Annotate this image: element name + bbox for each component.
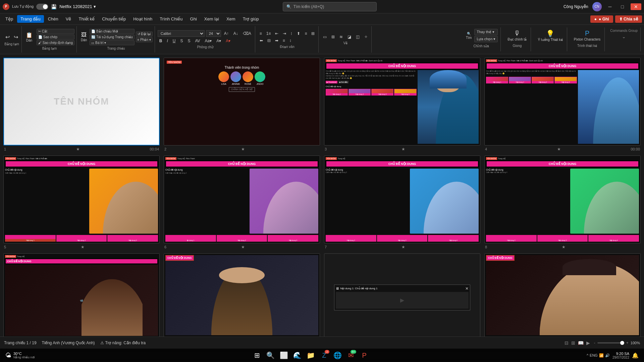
start-button[interactable]: ⊞ <box>251 349 263 361</box>
share-button[interactable]: ⬆ Chia sẻ <box>615 15 642 23</box>
slide-thumb-4[interactable]: TÊN NHÓM Trang chủ Phim Thành Mới & Phổ … <box>484 58 641 145</box>
align-left-button[interactable]: ⬅ <box>258 38 265 44</box>
shape-fill-button[interactable]: ◪ <box>346 34 353 40</box>
menu-view[interactable]: Xem <box>223 15 239 23</box>
pixton-button[interactable]: PPixton Characters <box>573 29 602 42</box>
clear-format-button[interactable]: ⌫A <box>241 31 253 37</box>
shadow-button[interactable]: S <box>186 38 192 44</box>
slide-thumb-9[interactable]: TÊN NHÓM Trang chủ CHỦ ĐỀ NỘI DUNG 📹 N L… <box>3 253 160 337</box>
slide-thumb-10[interactable]: CHỦ ĐỀ NỘI DUNG N LOẠT PHIM <box>164 253 320 337</box>
maximize-button[interactable]: □ <box>619 4 627 9</box>
text-align-button[interactable]: ≡ <box>303 31 309 37</box>
quick-style-button[interactable]: ≋ <box>338 34 344 40</box>
normal-view-icon[interactable]: ⊟ <box>565 340 569 346</box>
slide-sorter-icon[interactable]: ⊞ <box>571 340 575 346</box>
file-name[interactable]: Netflix 12082021 ▾ <box>59 4 96 9</box>
record-button[interactable]: ●● Ghi <box>590 15 613 23</box>
menu-file[interactable]: Tệp <box>2 15 16 23</box>
new-slide-button[interactable]: 🖼 Dán <box>79 31 88 43</box>
font-color-button[interactable]: A▾ <box>224 38 232 44</box>
video-close-button[interactable]: ✕ <box>465 286 469 291</box>
decrease-font-button[interactable]: A↓ <box>232 31 240 37</box>
slideshow-icon[interactable]: ▶ <box>586 340 590 346</box>
font-size-select[interactable]: 24 <box>206 30 221 37</box>
zoom-slider[interactable] <box>597 342 624 344</box>
slide-thumb-2[interactable]: TÊN NHÓM Thành viên trong nhóm LISA JENN… <box>164 58 320 145</box>
volume-icon[interactable]: 🔊 <box>605 353 610 358</box>
zoom-out-icon[interactable]: - <box>594 341 595 345</box>
menu-transition[interactable]: Chuyển tiếp <box>99 15 129 23</box>
numbering-button[interactable]: 1≡ <box>265 31 273 37</box>
highlight-button[interactable]: A▾ <box>215 38 223 44</box>
chevron-icon[interactable]: ^ <box>587 353 588 357</box>
redo-button[interactable]: ↪ <box>12 33 19 41</box>
zoom-in-icon[interactable]: + <box>626 341 629 345</box>
columns-button[interactable]: ⫶ <box>289 31 294 37</box>
replace-button[interactable]: Thay thế ▾ <box>474 29 498 35</box>
file-explorer-button[interactable]: 📁 <box>305 349 317 361</box>
reuse-slides-button[interactable]: 🔄 Tái sử dụng Trang chiếu <box>90 35 134 40</box>
task-view-button[interactable]: ⬜ <box>278 349 290 361</box>
reset-button[interactable]: ↺ Đặt lại <box>136 32 153 37</box>
slide-thumb-6[interactable]: TÊN NHÓM Trang chủ Phim Thành CHỦ ĐỀ NỘI… <box>164 156 320 243</box>
design-ideas-button[interactable]: 💡Ý tưởng Thiết kế <box>536 29 564 42</box>
italic-button[interactable]: I <box>165 38 169 44</box>
increase-font-button[interactable]: A↑ <box>222 31 230 37</box>
select-button[interactable]: Lựa chọn ▾ <box>474 36 498 42</box>
decrease-indent-button[interactable]: ⇤ <box>273 31 280 37</box>
close-button[interactable]: ✕ <box>631 3 641 10</box>
align-right-button[interactable]: ➡ <box>273 38 280 44</box>
slide-thumb-8[interactable]: TÊN NHÓM Trang chủ CHỦ ĐỀ NỘI DUNG Chủ đ… <box>484 156 641 243</box>
paste-button[interactable]: 📋 Dán <box>24 31 34 43</box>
powerpoint-taskbar-button[interactable]: P <box>358 349 370 361</box>
search-box[interactable]: 🔍 Tìm kiếm (Alt+Q) <box>283 2 377 11</box>
convert-to-smartart-button[interactable]: ⊞ <box>310 31 316 37</box>
user-avatar[interactable]: CN <box>592 2 602 11</box>
copy-slide-button[interactable]: 📄 Bản chiếu Mới <box>90 29 134 34</box>
text-direction-button[interactable]: ⬆ <box>295 31 302 37</box>
slide-thumb-3[interactable]: TÊN NHÓM Trang chủ Phim Thành Mới & Phổ … <box>324 58 480 145</box>
find-button[interactable]: 🔍Tìm <box>465 31 473 40</box>
clock[interactable]: 9:20 SA 29/07/2022 <box>612 352 629 359</box>
auto-save-toggle[interactable] <box>36 4 48 10</box>
justify-button[interactable]: ≡ <box>281 38 287 44</box>
strikethrough-button[interactable]: S <box>178 38 184 44</box>
increase-indent-button[interactable]: ⇥ <box>281 31 288 37</box>
expand-ribbon-button[interactable]: ⌄ <box>622 34 626 39</box>
cut-button[interactable]: ✂ Cắt <box>37 29 74 34</box>
menu-animation[interactable]: Hoạt hình <box>130 15 156 23</box>
gmail-button[interactable]: ✉ 5+ <box>345 349 357 361</box>
format-painter-button[interactable]: 🖌 Sao chép định dạng <box>37 40 74 45</box>
copy-button[interactable]: 📄 Sao chép <box>37 35 74 40</box>
chrome-button[interactable]: 🌐 <box>331 349 343 361</box>
line-spacing-button[interactable]: ↕ <box>288 38 293 44</box>
menu-home[interactable]: Trang đầu <box>17 15 44 23</box>
char-spacing-button[interactable]: AV <box>193 38 202 44</box>
edge-button[interactable]: 🌊 <box>291 349 303 361</box>
bold-button[interactable]: B <box>158 38 164 44</box>
menu-help[interactable]: Trợ giúp <box>239 15 262 23</box>
save-icon[interactable]: 💾 <box>51 4 57 9</box>
arrange-button[interactable]: ⊞ <box>330 34 336 40</box>
slide-thumb-7[interactable]: TÊN NHÓM Trang chủ CHỦ ĐỀ NỘI DUNG Chủ đ… <box>324 156 480 243</box>
bullets-button[interactable]: ≡ <box>258 31 264 37</box>
minimize-button[interactable]: ─ <box>606 4 614 9</box>
wifi-icon[interactable]: 📶 <box>599 353 604 358</box>
menu-review[interactable]: Xem lại <box>201 15 222 23</box>
menu-record[interactable]: Ghi <box>187 15 200 23</box>
menu-design[interactable]: Thiết kế <box>75 15 98 23</box>
undo-button[interactable]: ↩ <box>4 33 11 41</box>
shape-effects-button[interactable]: ✧ <box>363 34 369 40</box>
align-center-button[interactable]: ⊟ <box>266 38 272 44</box>
zoom-button[interactable]: Z 2 <box>318 349 330 361</box>
slide2-edit-btn[interactable]: CHỈNH SỬA HỒ SƠ <box>229 87 255 92</box>
search-taskbar-button[interactable]: 🔍 <box>264 349 276 361</box>
layout-button[interactable]: ⚏ Bố trí ▾ <box>90 40 134 45</box>
menu-draw[interactable]: Vẽ <box>62 15 75 23</box>
section-button[interactable]: ≡ Phần ▾ <box>136 37 153 42</box>
menu-slideshow[interactable]: Trình Chiếu <box>156 15 186 23</box>
reading-view-icon[interactable]: 📖 <box>578 340 584 346</box>
dictation-button[interactable]: 🎙Đọc chính tả <box>506 29 528 42</box>
menu-insert[interactable]: Chèn <box>45 15 62 23</box>
notification-icon[interactable]: 🔔 <box>632 352 639 359</box>
